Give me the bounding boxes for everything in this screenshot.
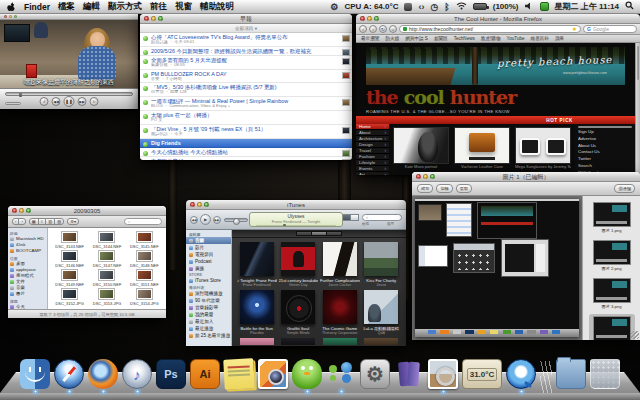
- photoshop-icon[interactable]: Ps: [156, 359, 186, 389]
- album-item[interactable]: Further ComplicationsJarvis Cocker: [320, 242, 360, 287]
- volume-slider[interactable]: [224, 218, 248, 222]
- dock-system-preferences[interactable]: [360, 359, 390, 393]
- sidebar-item[interactable]: 圖片: [10, 291, 45, 297]
- sidebar-item[interactable]: 最近加入: [186, 318, 231, 325]
- coverflow-view-button[interactable]: ▧: [54, 218, 64, 225]
- album-cover[interactable]: [240, 242, 274, 276]
- minimize-button[interactable]: [9, 15, 12, 18]
- pause-button[interactable]: ❚❚: [64, 96, 75, 107]
- action-menu-button[interactable]: ⚙▾: [67, 218, 79, 225]
- site-menu-item[interactable]: Art: [356, 172, 389, 175]
- thermometer-widget-icon[interactable]: 31.0°C: [462, 359, 502, 389]
- bookmark-item[interactable]: TechNews: [454, 35, 475, 42]
- site-link[interactable]: Advertise: [578, 136, 632, 142]
- zoom-button[interactable]: [26, 208, 31, 213]
- page-thumbnail[interactable]: 圖片 2.png: [589, 238, 635, 273]
- minimize-button[interactable]: [367, 16, 372, 21]
- file-item[interactable]: DSC_3145.NEF: [126, 231, 163, 249]
- album-cover[interactable]: [323, 290, 357, 324]
- volume-icon[interactable]: [525, 2, 534, 12]
- dock-documents-folder[interactable]: [556, 359, 586, 393]
- dock-notebooks[interactable]: [394, 359, 424, 393]
- forward-button[interactable]: ›: [18, 218, 25, 225]
- album-cover-partial[interactable]: [364, 338, 398, 345]
- page-thumbnail[interactable]: 圖片 4.png: [589, 314, 635, 340]
- menu-item[interactable]: 前往: [150, 1, 167, 13]
- itunes-icon[interactable]: [122, 359, 152, 389]
- album-item[interactable]: Kiss For CharityJesse: [362, 242, 402, 287]
- sidebar-item[interactable]: 音樂: [186, 237, 231, 244]
- site-link[interactable]: Sign Up: [578, 129, 632, 135]
- jump-forward-button[interactable]: ↻: [90, 97, 99, 106]
- close-button[interactable]: [144, 16, 149, 21]
- now-playing-display[interactable]: Ulysses Franz Ferdinand — Tonight: [249, 212, 343, 227]
- volume-slider[interactable]: [5, 102, 21, 105]
- menu-item[interactable]: 輔助說明: [200, 1, 234, 13]
- hot-pick-label[interactable]: HOT PICK: [546, 118, 573, 123]
- dock-trash[interactable]: [590, 359, 620, 393]
- dock-illustrator[interactable]: Ai: [190, 359, 220, 393]
- sort-tab[interactable]: [311, 231, 327, 236]
- dock-photoshop[interactable]: Ps: [156, 359, 186, 393]
- album-cover-partial[interactable]: [240, 338, 274, 345]
- album-cover[interactable]: [364, 242, 398, 276]
- menu-item[interactable]: 檔案: [58, 1, 75, 13]
- finder-title-bar[interactable]: 20090305: [8, 206, 166, 216]
- article-image[interactable]: [454, 127, 510, 164]
- stickies-icon[interactable]: [223, 358, 255, 390]
- album-cover-partial[interactable]: [281, 338, 315, 345]
- dock-finder[interactable]: [20, 359, 50, 393]
- album-item[interactable]: LuLa 最動聽精選輯合輯: [362, 290, 402, 335]
- sidebar-item[interactable]: 90 年代音樂: [186, 297, 231, 304]
- bookmark-item[interactable]: 最常瀏覽: [361, 35, 379, 42]
- page-thumbnail[interactable]: 圖片 1.png: [589, 200, 635, 235]
- quicktime-window[interactable]: 嚐起來像是扁平的薄餅之類的東西 ↺ ◀◀ ❚❚ ▶▶ ↻: [0, 14, 138, 110]
- forward-button[interactable]: ›: [369, 25, 377, 33]
- adium-icon[interactable]: [292, 359, 322, 389]
- wifi-icon[interactable]: [456, 2, 467, 12]
- feed-row[interactable]: 心得「ATC Lovesexwire TV's Blog Award」得獎名單公…: [140, 33, 352, 47]
- toolbar-button[interactable]: 縮放: [417, 184, 433, 193]
- scrollbar[interactable]: [635, 43, 640, 175]
- preview-icon[interactable]: [428, 359, 458, 389]
- close-button[interactable]: [360, 16, 365, 21]
- album-item[interactable]: ♪ Tonight: Franz Ferdi…Franz Ferdinand: [237, 242, 277, 287]
- forward-button[interactable]: ▶▶: [78, 97, 87, 106]
- feed-row[interactable]: 太陽 plus 在一起（轉播）PO 文: [140, 111, 352, 125]
- feed-row[interactable]: 全面多雲有雨的 5 月天出遊提醒氣象快報 ・ 08:55: [140, 56, 352, 70]
- album-cover[interactable]: [281, 242, 315, 276]
- green-status-icon[interactable]: [540, 2, 549, 11]
- zoom-button[interactable]: [14, 15, 17, 18]
- spotlight-icon[interactable]: [625, 1, 634, 12]
- sidebar-item[interactable]: 派對隨機播放: [186, 290, 231, 297]
- site-link[interactable]: About Us: [578, 143, 632, 149]
- bookmark-item[interactable]: 蘋果: [555, 35, 564, 42]
- finder-icon[interactable]: [20, 359, 50, 389]
- code-menu-icon[interactable]: ‹›: [418, 2, 424, 12]
- sidebar-item[interactable]: 我的最愛: [186, 311, 231, 318]
- feed-row[interactable]: 一週市場點評 — Minimal & Real Power | Simple R…: [140, 97, 352, 111]
- file-item[interactable]: DSC_3154.JPG: [126, 288, 163, 306]
- menu-item[interactable]: 編輯: [83, 1, 100, 13]
- sidebar-item[interactable]: 影片: [186, 244, 231, 251]
- clock-menu-icon[interactable]: ◷: [430, 2, 438, 12]
- home-button[interactable]: ⌂: [389, 25, 397, 33]
- bookmark-item[interactable]: YouTube: [507, 35, 525, 42]
- close-button[interactable]: [12, 208, 17, 213]
- feed-toolbar[interactable]: 全部項目 ▾: [140, 24, 352, 33]
- album-item[interactable]: The Cosmic GameThievery Corporation: [320, 290, 360, 335]
- sidebar-item[interactable]: 前 25 名最常播放: [186, 332, 231, 339]
- site-link[interactable]: Contact Us: [578, 149, 632, 155]
- address-bar[interactable]: http://www.thecoolhunter.net/ ★: [399, 25, 581, 33]
- album-cover[interactable]: [364, 290, 398, 324]
- dock-messenger[interactable]: [326, 359, 356, 393]
- file-item[interactable]: DSC_3152.JPG: [51, 288, 88, 306]
- dock-quicktime[interactable]: [506, 359, 536, 393]
- finder-search-field[interactable]: ⌕: [124, 218, 162, 225]
- article-card[interactable]: Kate Moss portrait: [393, 127, 449, 170]
- trash-icon[interactable]: [590, 359, 620, 389]
- itunes-title-bar[interactable]: iTunes: [186, 200, 406, 210]
- zoom-button[interactable]: [374, 16, 379, 21]
- album-item[interactable]: Battle for the SunPlacebo: [237, 290, 277, 335]
- next-track-button[interactable]: ▶▶: [213, 216, 221, 224]
